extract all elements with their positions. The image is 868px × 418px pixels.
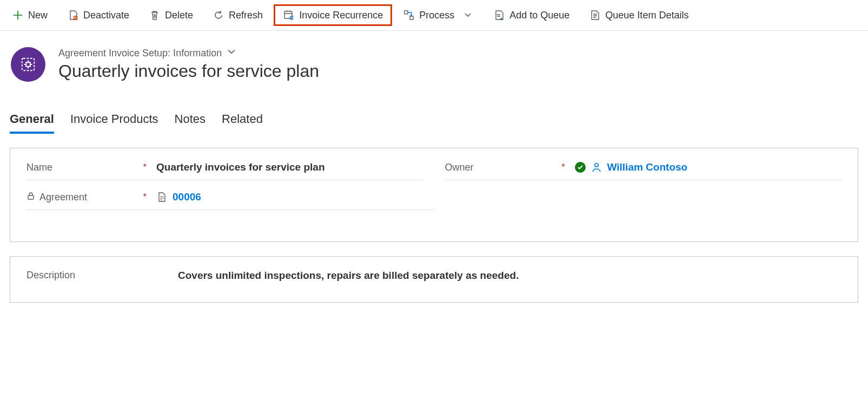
required-indicator: *	[143, 192, 147, 202]
description-value: Covers unlimited inspections, repairs ar…	[178, 270, 842, 282]
record-title: Quarterly invoices for service plan	[58, 61, 319, 81]
add-to-queue-label: Add to Queue	[509, 10, 569, 21]
required-indicator: *	[143, 162, 147, 172]
svg-rect-4	[22, 58, 35, 71]
calendar-recurrence-icon	[283, 9, 295, 21]
lock-icon	[26, 192, 35, 203]
invoice-recurrence-button[interactable]: Invoice Recurrence	[274, 4, 392, 26]
invoice-recurrence-label: Invoice Recurrence	[299, 10, 383, 21]
delete-label: Delete	[165, 10, 193, 21]
deactivate-label: Deactivate	[83, 10, 129, 21]
refresh-icon	[213, 9, 224, 21]
agreement-label: Agreement	[39, 192, 87, 203]
svg-rect-3	[410, 16, 413, 19]
new-label: New	[28, 10, 48, 21]
svg-rect-2	[405, 11, 408, 14]
add-to-queue-icon	[493, 9, 505, 21]
document-icon	[156, 192, 167, 203]
add-to-queue-button[interactable]: Add to Queue	[485, 5, 578, 25]
svg-rect-6	[28, 195, 34, 199]
agreement-value[interactable]: 00006	[173, 191, 201, 203]
new-button[interactable]: New	[3, 5, 56, 25]
process-button[interactable]: Process	[394, 5, 482, 25]
entity-icon	[11, 47, 45, 82]
tab-notes[interactable]: Notes	[175, 109, 206, 134]
form-header: Agreement Invoice Setup: Information Qua…	[0, 31, 868, 87]
chevron-down-icon	[227, 48, 236, 59]
tab-bar: General Invoice Products Notes Related	[0, 87, 868, 134]
chevron-down-icon	[462, 9, 474, 21]
section-description: Description Covers unlimited inspections…	[10, 256, 858, 303]
delete-button[interactable]: Delete	[140, 5, 202, 25]
deactivate-icon	[67, 9, 79, 21]
form-selector[interactable]: Agreement Invoice Setup: Information	[58, 48, 319, 59]
owner-value[interactable]: William Contoso	[607, 161, 688, 173]
tab-related[interactable]: Related	[222, 109, 263, 134]
name-label: Name	[26, 162, 52, 173]
queue-item-details-button[interactable]: Queue Item Details	[580, 5, 697, 25]
deactivate-button[interactable]: Deactivate	[58, 5, 138, 25]
required-indicator: *	[561, 162, 565, 172]
name-value: Quarterly invoices for service plan	[156, 161, 423, 173]
process-label: Process	[419, 10, 454, 21]
svg-rect-1	[284, 11, 292, 18]
check-icon	[575, 162, 586, 173]
svg-point-5	[594, 164, 598, 167]
person-icon	[591, 162, 602, 173]
plus-icon	[12, 9, 24, 21]
process-icon	[403, 9, 415, 21]
field-description[interactable]: Description Covers unlimited inspections…	[26, 270, 842, 282]
form-selector-label: Agreement Invoice Setup: Information	[58, 48, 222, 59]
command-bar: New Deactivate Delete Refresh Invoice Re…	[0, 0, 868, 31]
field-owner[interactable]: Owner * William Contoso	[445, 161, 842, 180]
refresh-button[interactable]: Refresh	[204, 5, 271, 25]
field-agreement[interactable]: Agreement * 00006	[26, 191, 434, 210]
description-label: Description	[26, 270, 75, 281]
refresh-label: Refresh	[229, 10, 263, 21]
queue-item-details-label: Queue Item Details	[605, 10, 688, 21]
owner-label: Owner	[445, 162, 474, 173]
tab-invoice-products[interactable]: Invoice Products	[70, 109, 158, 134]
section-general: Name * Quarterly invoices for service pl…	[10, 148, 858, 242]
trash-icon	[149, 9, 161, 21]
tab-general[interactable]: General	[10, 109, 54, 134]
queue-item-details-icon	[589, 9, 601, 21]
field-name[interactable]: Name * Quarterly invoices for service pl…	[26, 161, 423, 180]
